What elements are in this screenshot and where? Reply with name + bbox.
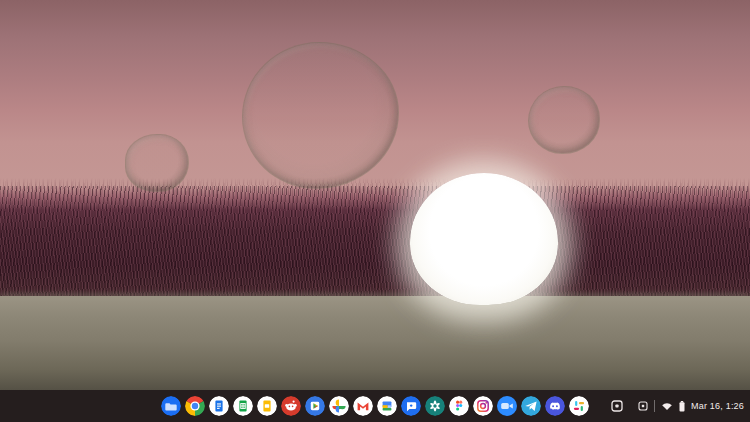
shelf-app-chat[interactable] xyxy=(401,396,421,416)
shelf-app-figma[interactable] xyxy=(449,396,469,416)
wallpaper-bubble-small-right xyxy=(528,86,600,154)
status-tray-button[interactable]: Mar 16, 1:26 xyxy=(638,395,744,417)
shelf-app-gmail[interactable] xyxy=(353,396,373,416)
reddit-icon xyxy=(281,396,301,416)
gmail-icon xyxy=(353,396,373,416)
google-news-icon xyxy=(377,396,397,416)
wifi-icon xyxy=(661,401,673,411)
shelf-app-docs[interactable] xyxy=(209,396,229,416)
clock-datetime: Mar 16, 1:26 xyxy=(691,401,744,411)
discord-icon xyxy=(545,396,565,416)
google-slides-icon xyxy=(257,396,277,416)
shelf-app-chatgpt[interactable] xyxy=(425,396,445,416)
shelf-app-photos[interactable] xyxy=(329,396,349,416)
notification-app-icon xyxy=(638,401,648,411)
shelf-app-google-play[interactable] xyxy=(305,396,325,416)
screen-capture-button[interactable] xyxy=(606,395,628,417)
shelf-app-instagram[interactable] xyxy=(473,396,493,416)
chrome-icon xyxy=(185,396,205,416)
shelf-pinned-apps xyxy=(161,396,589,416)
wallpaper-ground xyxy=(0,296,750,390)
shelf-app-slides[interactable] xyxy=(257,396,277,416)
google-play-icon xyxy=(305,396,325,416)
telegram-icon xyxy=(521,396,541,416)
slack-icon xyxy=(569,396,589,416)
zoom-icon xyxy=(497,396,517,416)
shelf-app-discord[interactable] xyxy=(545,396,565,416)
shelf-app-telegram[interactable] xyxy=(521,396,541,416)
desktop-wallpaper xyxy=(0,0,750,422)
shelf-app-files[interactable] xyxy=(161,396,181,416)
shelf-app-zoom[interactable] xyxy=(497,396,517,416)
google-sheets-icon xyxy=(233,396,253,416)
shelf: Mar 16, 1:26 xyxy=(0,390,750,422)
shelf-status-area: Mar 16, 1:26 xyxy=(606,395,744,417)
google-chat-icon xyxy=(401,396,421,416)
launcher-button[interactable] xyxy=(21,397,39,415)
figma-icon xyxy=(449,396,469,416)
shelf-app-news[interactable] xyxy=(377,396,397,416)
shelf-app-chrome[interactable] xyxy=(185,396,205,416)
google-docs-icon xyxy=(209,396,229,416)
battery-icon xyxy=(679,401,685,412)
google-photos-icon xyxy=(329,396,349,416)
screen-capture-icon xyxy=(609,398,625,414)
chatgpt-icon xyxy=(425,396,445,416)
instagram-icon xyxy=(473,396,493,416)
status-separator xyxy=(654,400,655,412)
wallpaper-reed-field xyxy=(0,186,750,306)
shelf-app-reddit[interactable] xyxy=(281,396,301,416)
files-icon xyxy=(161,396,181,416)
shelf-app-slack[interactable] xyxy=(569,396,589,416)
wallpaper-bubble-small-left xyxy=(125,134,189,192)
wallpaper-glowing-orb xyxy=(410,173,558,305)
shelf-app-sheets[interactable] xyxy=(233,396,253,416)
